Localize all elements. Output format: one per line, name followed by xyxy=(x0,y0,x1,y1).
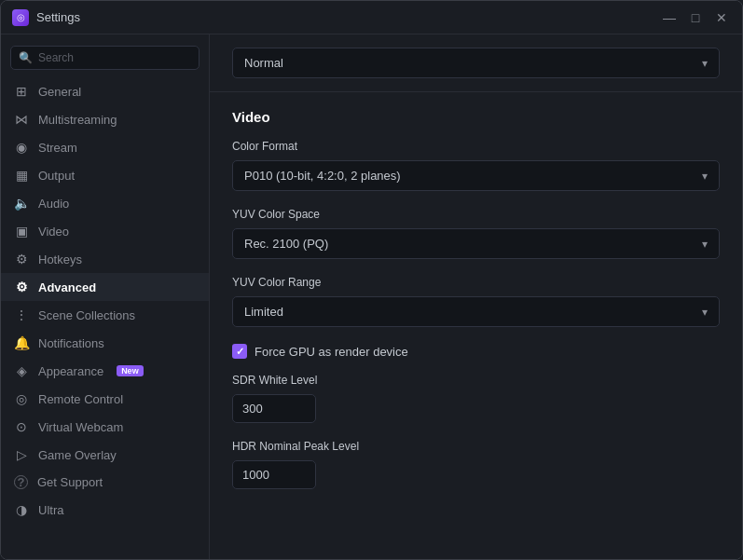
output-icon: ▦ xyxy=(14,168,29,183)
content-area: 🔍 ⊞ General ⋈ Multistreaming ◉ Stream ▦ … xyxy=(1,34,742,559)
sidebar-item-multistreaming[interactable]: ⋈ Multistreaming xyxy=(1,105,209,133)
minimize-button[interactable]: — xyxy=(660,8,679,27)
search-icon: 🔍 xyxy=(19,51,33,64)
ultra-icon: ◑ xyxy=(14,502,29,517)
titlebar-left: ◎ Settings xyxy=(12,9,80,26)
sidebar-label-virtual-webcam: Virtual Webcam xyxy=(38,420,123,434)
yuv-color-space-dropdown[interactable]: Rec. 2100 (PQ) ▾ xyxy=(232,228,720,259)
sidebar-label-output: Output xyxy=(38,169,75,183)
remote-control-icon: ◎ xyxy=(14,391,29,406)
hdr-nominal-peak-input[interactable] xyxy=(232,460,316,489)
top-dropdown[interactable]: Normal ▾ xyxy=(232,48,720,78)
window-title: Settings xyxy=(36,10,80,24)
yuv-color-range-chevron: ▾ xyxy=(702,306,708,319)
color-format-group: Color Format P010 (10-bit, 4:2:0, 2 plan… xyxy=(232,140,720,191)
stream-icon: ◉ xyxy=(14,140,29,155)
sidebar-item-notifications[interactable]: 🔔 Notifications xyxy=(1,329,209,357)
close-button[interactable]: ✕ xyxy=(712,8,731,27)
sidebar-label-ultra: Ultra xyxy=(38,503,63,517)
sidebar-item-remote-control[interactable]: ◎ Remote Control xyxy=(1,385,209,413)
sdr-white-level-input[interactable] xyxy=(232,394,316,423)
app-icon: ◎ xyxy=(12,9,29,26)
sidebar-label-appearance: Appearance xyxy=(38,364,103,378)
color-format-label: Color Format xyxy=(232,140,720,153)
appearance-badge: New xyxy=(117,365,144,376)
color-format-dropdown[interactable]: P010 (10-bit, 4:2:0, 2 planes) ▾ xyxy=(232,160,720,191)
yuv-color-range-label: YUV Color Range xyxy=(232,276,720,289)
yuv-color-space-chevron: ▾ xyxy=(702,238,708,251)
search-box[interactable]: 🔍 xyxy=(10,46,200,70)
sidebar-item-game-overlay[interactable]: ▷ Game Overlay xyxy=(1,441,209,469)
settings-window: ◎ Settings — □ ✕ 🔍 ⊞ General ⋈ Multistre… xyxy=(0,0,743,560)
top-dropdown-chevron: ▾ xyxy=(702,57,708,70)
sdr-white-level-group: SDR White Level xyxy=(232,374,720,423)
scene-collections-icon: ⋮ xyxy=(14,307,29,322)
advanced-icon: ⚙ xyxy=(14,280,29,294)
game-overlay-icon: ▷ xyxy=(14,447,29,462)
sidebar-label-remote-control: Remote Control xyxy=(38,392,123,406)
sidebar-item-stream[interactable]: ◉ Stream xyxy=(1,133,209,161)
sidebar-item-general[interactable]: ⊞ General xyxy=(1,77,209,105)
sidebar-item-video[interactable]: ▣ Video xyxy=(1,217,209,245)
sidebar-item-scene-collections[interactable]: ⋮ Scene Collections xyxy=(1,301,209,329)
sidebar-label-game-overlay: Game Overlay xyxy=(38,448,117,462)
sidebar-label-get-support: Get Support xyxy=(37,475,103,489)
yuv-color-range-dropdown[interactable]: Limited ▾ xyxy=(232,296,720,327)
sidebar-label-scene-collections: Scene Collections xyxy=(38,308,135,322)
yuv-color-space-label: YUV Color Space xyxy=(232,208,720,221)
sdr-white-level-label: SDR White Level xyxy=(232,374,720,387)
sidebar-label-advanced: Advanced xyxy=(38,280,96,294)
video-section: Video Color Format P010 (10-bit, 4:2:0, … xyxy=(210,92,742,523)
sidebar-label-hotkeys: Hotkeys xyxy=(38,253,82,266)
sidebar-item-get-support[interactable]: ? Get Support xyxy=(1,469,209,496)
hotkeys-icon: ⚙ xyxy=(14,252,29,266)
force-gpu-row: ✓ Force GPU as render device xyxy=(232,344,720,359)
main-content: Normal ▾ Video Color Format P010 (10-bit… xyxy=(210,34,742,559)
sidebar-label-audio: Audio xyxy=(38,197,69,211)
sidebar-item-advanced[interactable]: ⚙ Advanced xyxy=(1,273,209,301)
yuv-color-range-value: Limited xyxy=(244,305,283,319)
hdr-nominal-peak-label: HDR Nominal Peak Level xyxy=(232,440,720,453)
search-input[interactable] xyxy=(38,51,191,64)
color-format-chevron: ▾ xyxy=(702,170,708,183)
sidebar-label-general: General xyxy=(38,85,81,99)
sidebar-item-ultra[interactable]: ◑ Ultra xyxy=(1,496,209,524)
top-dropdown-row: Normal ▾ xyxy=(210,34,742,92)
sidebar-item-audio[interactable]: 🔈 Audio xyxy=(1,189,209,217)
section-title: Video xyxy=(232,109,720,125)
force-gpu-label: Force GPU as render device xyxy=(255,345,408,359)
checkbox-check-icon: ✓ xyxy=(236,346,244,358)
yuv-color-space-value: Rec. 2100 (PQ) xyxy=(244,237,328,251)
sidebar-item-virtual-webcam[interactable]: ⊙ Virtual Webcam xyxy=(1,413,209,441)
sidebar-item-output[interactable]: ▦ Output xyxy=(1,161,209,189)
sidebar-item-hotkeys[interactable]: ⚙ Hotkeys xyxy=(1,245,209,273)
general-icon: ⊞ xyxy=(14,84,29,99)
audio-icon: 🔈 xyxy=(14,196,29,211)
appearance-icon: ◈ xyxy=(14,363,29,378)
color-format-value: P010 (10-bit, 4:2:0, 2 planes) xyxy=(244,169,401,183)
get-support-icon: ? xyxy=(14,475,28,489)
notifications-icon: 🔔 xyxy=(14,335,29,350)
sidebar-label-notifications: Notifications xyxy=(38,336,104,350)
top-dropdown-value: Normal xyxy=(244,56,283,70)
yuv-color-range-group: YUV Color Range Limited ▾ xyxy=(232,276,720,327)
titlebar: ◎ Settings — □ ✕ xyxy=(1,1,742,34)
sidebar-label-multistreaming: Multistreaming xyxy=(38,113,117,127)
yuv-color-space-group: YUV Color Space Rec. 2100 (PQ) ▾ xyxy=(232,208,720,259)
sidebar-item-appearance[interactable]: ◈ Appearance New xyxy=(1,357,209,385)
window-controls: — □ ✕ xyxy=(660,8,731,27)
multistreaming-icon: ⋈ xyxy=(14,112,29,127)
video-nav-icon: ▣ xyxy=(14,224,29,239)
hdr-nominal-peak-group: HDR Nominal Peak Level xyxy=(232,440,720,489)
sidebar-label-video: Video xyxy=(38,225,69,239)
sidebar: 🔍 ⊞ General ⋈ Multistreaming ◉ Stream ▦ … xyxy=(1,34,210,559)
sidebar-label-stream: Stream xyxy=(38,141,77,155)
virtual-webcam-icon: ⊙ xyxy=(14,419,29,434)
force-gpu-checkbox[interactable]: ✓ xyxy=(232,344,247,359)
maximize-button[interactable]: □ xyxy=(686,8,705,27)
